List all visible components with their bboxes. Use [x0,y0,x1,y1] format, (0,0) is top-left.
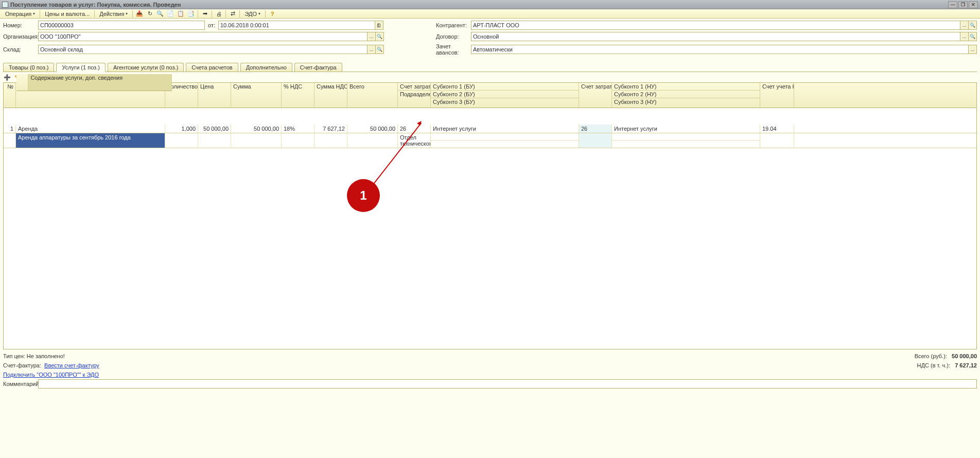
doc1-icon[interactable]: 📄 [166,10,174,18]
select-icon[interactable]: ... [367,32,376,41]
comment-label: Комментарий: [3,381,38,387]
cell-sub3nu[interactable] [612,140,760,148]
menu-prices[interactable]: Цены и валюта... [42,10,93,18]
cell-sum[interactable]: 50 000,00 [231,125,282,133]
col-price: Цена [198,83,231,108]
col-acc: Счет затрат ... [398,83,430,91]
contragent-label: Контрагент: [436,22,471,28]
cell-sub1nu[interactable]: Интернет услуги [612,125,760,133]
col-sub1nu: Субконто 1 (НУ) [612,83,760,91]
menu-operation[interactable]: Операция [2,10,38,18]
cell-accnu[interactable]: 26 [579,125,612,133]
tab-tovary[interactable]: Товары (0 поз.) [3,63,54,72]
vat-value: 7 627,12 [955,362,977,368]
tab-schetfaktura[interactable]: Счет-фактура [294,63,342,72]
dogovor-input[interactable]: Основной [471,32,960,41]
maximize-button[interactable]: ❐ [958,1,968,8]
sf-link[interactable]: Ввести счет-фактуру [44,362,99,368]
minimize-button[interactable]: — [948,1,957,8]
document-icon [2,2,8,8]
tree-icon[interactable]: ⇄ [229,10,237,18]
table-row[interactable]: Аренда аппаратуры за сентябрь 2016 года … [4,133,976,148]
select-icon[interactable]: ... [960,21,969,30]
find-icon[interactable]: 🔍 [156,10,164,18]
col-sub2nu: Субконто 2 (НУ) [612,91,760,98]
org-label: Организация: [3,33,38,40]
col-sum: Сумма [231,83,282,108]
col-acc2: Подразделе... затрат [398,91,430,107]
window-title: Поступление товаров и услуг: Покупка, ко… [10,2,181,8]
cell-total[interactable]: 50 000,00 [347,125,398,133]
save-icon[interactable]: 📥 [135,10,144,18]
cell-sub2[interactable] [431,133,579,140]
doc3-icon[interactable]: 📑 [187,10,195,18]
close-button[interactable]: ✕ [969,1,978,8]
annotation-callout: 1 [347,179,380,212]
table-row[interactable]: 1 Аренда 1,000 50 000,00 50 000,00 18% 7… [4,125,976,133]
calendar-icon[interactable]: 🗓 [375,21,383,30]
tab-dop[interactable]: Дополнительно [240,63,292,72]
cell-sub1[interactable]: Интернет услуги [431,125,579,133]
open-icon[interactable]: 🔍 [969,32,977,41]
col-sub3nu: Субконто 3 (НУ) [612,98,760,106]
avans-label: Зачет авансов: [436,43,471,56]
refresh-icon[interactable]: ↻ [146,10,154,18]
doc2-icon[interactable]: 📋 [177,10,185,18]
cell-qty[interactable]: 1,000 [165,125,198,133]
open-icon[interactable]: 🔍 [376,32,384,41]
tab-agent[interactable]: Агентские услуги (0 поз.) [108,63,184,72]
col-sub1: Субконто 1 (БУ) [431,83,579,91]
cell-nom2[interactable]: Аренда аппаратуры за сентябрь 2016 года [16,133,165,148]
select-icon[interactable]: ... [960,32,969,41]
col-vatsum: Сумма НДС [314,83,347,108]
sklad-label: Склад: [3,46,38,52]
number-input[interactable]: СП00000003 [38,21,205,30]
org-input[interactable]: ООО "100ПРО" [38,32,367,41]
menu-actions[interactable]: Действия [96,10,131,18]
col-vatpct: % НДС [282,83,314,108]
open-icon[interactable]: 🔍 [376,45,384,54]
date-input[interactable]: 10.06.2018 0:00:01 [218,21,375,30]
dogovor-label: Договор: [436,33,471,40]
total-value: 50 000,00 [952,353,977,359]
price-type-text: Тип цен: Не заполнено! [3,353,65,359]
cell-sub2nu[interactable] [612,133,760,140]
col-total: Всего [347,83,398,108]
sklad-input[interactable]: Основной склад [38,45,367,54]
col-nom2: Содержание услуги, доп. сведения [28,74,172,91]
grid-empty-area [4,148,976,349]
cell-vatacc[interactable]: 19.04 [760,125,794,133]
print-icon[interactable]: 🖨 [215,10,223,18]
select-icon[interactable]: ... [969,45,977,54]
comment-input[interactable] [38,379,977,389]
add-row-icon[interactable]: ➕ [3,73,11,81]
sf-label: Счет-фактура: [3,362,41,368]
open-icon[interactable]: 🔍 [969,21,977,30]
vat-label: НДС (в т. ч.): [917,362,950,368]
select-icon[interactable]: ... [367,45,376,54]
contragent-input[interactable]: АРТ-ПЛАСТ ООО [471,21,960,30]
cell-nom[interactable]: Аренда [16,125,165,133]
annotation-number: 1 [347,179,380,212]
ot-label: от: [208,22,215,28]
tabs: Товары (0 поз.) Услуги (1 поз.) Агентски… [3,63,977,72]
edo-link[interactable]: Подключить "ООО "100ПРО"" к ЭДО [3,372,99,378]
cell-price[interactable]: 50 000,00 [198,125,231,133]
col-sub3: Субконто 3 (БУ) [431,98,579,106]
number-label: Номер: [3,22,38,28]
cell-vatsum[interactable]: 7 627,12 [314,125,347,133]
cell-vatpct[interactable]: 18% [282,125,314,133]
col-sub2: Субконто 2 (БУ) [431,91,579,98]
tab-uslugi[interactable]: Услуги (1 поз.) [56,63,105,72]
tab-scheta[interactable]: Счета расчетов [186,63,238,72]
menu-edo[interactable]: ЭДО [241,10,264,18]
goto-icon[interactable]: ➡ [201,10,209,18]
cell-sub3[interactable] [431,140,579,148]
help-icon[interactable]: ? [268,10,276,18]
main-toolbar: Операция Цены и валюта... Действия 📥 ↻ 🔍… [0,9,980,19]
cell-n: 1 [4,125,16,133]
window-title-bar: Поступление товаров и услуг: Покупка, ко… [0,0,980,9]
col-accnu: Счет затрат (НУ) [579,83,612,108]
services-grid[interactable]: № Номенклатура Количество Цена Сумма % Н… [3,82,977,349]
avans-input[interactable]: Автоматически [471,45,969,54]
